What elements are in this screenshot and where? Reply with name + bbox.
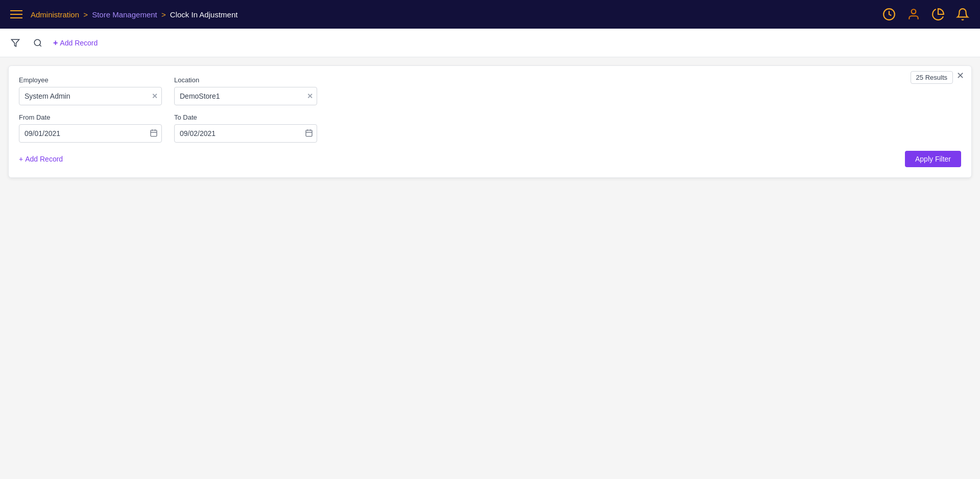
breadcrumb-sep1: >	[83, 10, 88, 19]
from-date-calendar-button[interactable]	[149, 128, 159, 140]
from-date-field: From Date	[19, 113, 162, 143]
to-date-label: To Date	[174, 113, 317, 121]
breadcrumb-current: Clock In Adjustment	[170, 10, 238, 19]
svg-point-1	[912, 9, 916, 14]
breadcrumb: Administration > Store Management > Cloc…	[31, 10, 237, 19]
svg-marker-2	[12, 39, 19, 47]
breadcrumb-admin[interactable]: Administration	[31, 10, 79, 19]
apply-filter-button[interactable]: Apply Filter	[905, 151, 961, 167]
from-date-label: From Date	[19, 113, 162, 121]
hamburger-menu[interactable]	[10, 10, 22, 18]
breadcrumb-sep2: >	[161, 10, 166, 19]
filter-panel-close-button[interactable]: ✕	[957, 71, 964, 80]
filter-row-2: From Date To Date	[19, 113, 961, 143]
results-badge: 25 Results	[911, 71, 953, 84]
location-field: Location ✕	[174, 76, 317, 105]
svg-line-4	[39, 44, 41, 46]
add-record-filter-label: Add Record	[25, 155, 63, 163]
add-record-plus-icon: +	[53, 38, 58, 48]
clock-icon[interactable]	[882, 7, 896, 21]
filter-row-1: Employee ✕ Location ✕	[19, 76, 961, 105]
employee-field: Employee ✕	[19, 76, 162, 105]
add-record-toolbar-button[interactable]: + Add Record	[53, 38, 98, 48]
from-date-input-wrap	[19, 124, 162, 143]
employee-clear-icon[interactable]: ✕	[152, 92, 158, 100]
bell-icon[interactable]	[955, 7, 970, 21]
location-clear-icon[interactable]: ✕	[307, 92, 313, 100]
navbar-left: Administration > Store Management > Cloc…	[10, 10, 237, 19]
main-content	[0, 186, 980, 479]
breadcrumb-store[interactable]: Store Management	[92, 10, 157, 19]
svg-rect-9	[306, 130, 312, 136]
toolbar: + Add Record	[0, 29, 980, 57]
employee-input-wrap: ✕	[19, 87, 162, 105]
location-label: Location	[174, 76, 317, 84]
from-date-input[interactable]	[19, 124, 162, 143]
add-record-filter-button[interactable]: + Add Record	[19, 155, 63, 163]
add-record-toolbar-label: Add Record	[60, 39, 98, 47]
to-date-input-wrap	[174, 124, 317, 143]
filter-footer: + Add Record Apply Filter	[19, 151, 961, 167]
to-date-field: To Date	[174, 113, 317, 143]
navbar-right	[882, 7, 970, 21]
add-record-filter-plus-icon: +	[19, 155, 23, 163]
location-input[interactable]	[174, 87, 317, 105]
user-icon[interactable]	[906, 7, 921, 21]
employee-input[interactable]	[19, 87, 162, 105]
svg-point-3	[34, 39, 40, 45]
filter-icon[interactable]	[8, 36, 22, 50]
search-icon[interactable]	[31, 36, 45, 50]
navbar: Administration > Store Management > Cloc…	[0, 0, 980, 29]
to-date-input[interactable]	[174, 124, 317, 143]
svg-rect-5	[151, 130, 157, 136]
to-date-calendar-button[interactable]	[304, 128, 314, 140]
chart-icon[interactable]	[931, 7, 945, 21]
employee-label: Employee	[19, 76, 162, 84]
filter-panel: 25 Results ✕ Employee ✕ Location ✕ From …	[8, 65, 972, 178]
location-input-wrap: ✕	[174, 87, 317, 105]
